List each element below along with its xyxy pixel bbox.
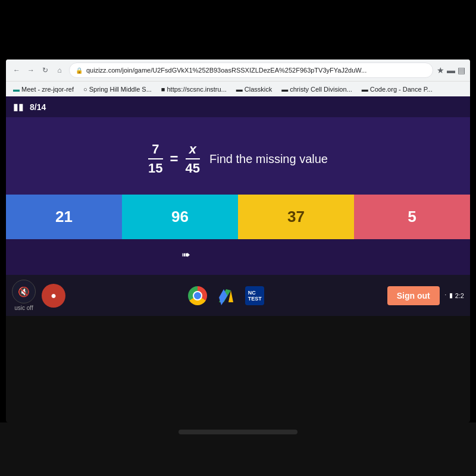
- mute-icon: 🔇: [18, 286, 30, 298]
- sign-out-button[interactable]: Sign out: [387, 286, 440, 305]
- x-denominator: 45: [186, 161, 200, 176]
- bookmark-meet[interactable]: ▬ Meet - zre-jqor-ref: [11, 84, 76, 94]
- code-favicon: ▬: [362, 86, 368, 93]
- nc-label: NCTEST: [248, 290, 262, 302]
- mute-button[interactable]: 🔇: [12, 280, 36, 303]
- browser-toolbar: ← → ↻ ⌂ 🔒 quizizz.com/join/game/U2FsdGVk…: [6, 60, 470, 81]
- taskbar-right: Sign out ⋅ ▮ 2:2: [387, 286, 464, 305]
- bookmark-cell[interactable]: ▬ christy Cell Division...: [279, 84, 355, 94]
- progress-indicator: 8/14: [30, 102, 46, 112]
- answer-button-21[interactable]: 21: [6, 195, 122, 239]
- extensions-icon[interactable]: ▬: [447, 65, 455, 75]
- fraction-line-left: [148, 158, 162, 159]
- battery-icon: ▮: [449, 292, 453, 299]
- bookmark-code[interactable]: ▬ Code.org - Dance P...: [359, 84, 435, 94]
- time-display: 2:2: [455, 292, 464, 299]
- toolbar-actions: ★ ▬ ▤: [437, 65, 465, 75]
- right-fraction: x 45: [186, 142, 200, 176]
- denominator: 15: [148, 161, 162, 176]
- bookmark-meet-label: Meet - zre-jqor-ref: [21, 86, 74, 93]
- bookmark-cell-label: christy Cell Division...: [290, 86, 352, 93]
- game-area: ▮▮ 8/14 7 15 = x 45: [6, 96, 470, 316]
- cell-favicon: ▬: [281, 86, 288, 93]
- bookmark-school[interactable]: ○ Spring Hill Middle S...: [81, 84, 154, 94]
- taskbar-left: 🔇 usic off ●: [12, 280, 65, 311]
- bookmark-scsnc-label: https://scsnc.instru...: [167, 86, 227, 93]
- bookmark-classkick[interactable]: ▬ Classkick: [234, 84, 274, 94]
- url-text: quizizz.com/join/game/U2FsdGVkX1%252B93o…: [86, 67, 367, 74]
- answer-button-5[interactable]: 5: [354, 195, 470, 239]
- drive-icon[interactable]: [217, 286, 236, 305]
- back-button[interactable]: ←: [11, 64, 23, 76]
- question-content: 7 15 = x 45 Find the missing value: [148, 142, 328, 176]
- fraction-line-right: [186, 158, 200, 159]
- bookmarks-bar: ▬ Meet - zre-jqor-ref ○ Spring Hill Midd…: [6, 81, 470, 96]
- record-button[interactable]: ●: [42, 284, 65, 308]
- chrome-icon[interactable]: [188, 286, 207, 305]
- pause-button[interactable]: ▮▮: [13, 101, 24, 112]
- lock-icon: 🔒: [76, 67, 83, 74]
- hinge-bar: [178, 430, 298, 434]
- wifi-icon: ⋅: [444, 292, 447, 299]
- question-area: 7 15 = x 45 Find the missing value: [6, 117, 470, 195]
- bottom-bezel: [0, 422, 476, 476]
- star-icon[interactable]: ★: [437, 65, 444, 75]
- mouse-cursor: ➠: [181, 248, 190, 261]
- taskbar-center: NCTEST: [188, 286, 264, 305]
- scsnc-favicon: ■: [161, 86, 165, 93]
- bookmark-classkick-label: Classkick: [245, 86, 272, 93]
- numerator: 7: [152, 142, 159, 157]
- meet-favicon: ▬: [13, 86, 20, 93]
- school-favicon: ○: [83, 86, 87, 93]
- forward-button[interactable]: →: [25, 64, 37, 76]
- system-status: ⋅ ▮ 2:2: [444, 292, 464, 299]
- taskbar: 🔇 usic off ●: [6, 275, 470, 316]
- variable: x: [189, 142, 196, 157]
- bookmark-scsnc[interactable]: ■ https://scsnc.instru...: [159, 84, 229, 94]
- answer-grid: 21 96 37 5: [6, 195, 470, 239]
- question-prompt: Find the missing value: [209, 152, 328, 166]
- record-icon: ●: [51, 290, 57, 301]
- bookmark-school-label: Spring Hill Middle S...: [89, 86, 152, 93]
- browser-chrome: ← → ↻ ⌂ 🔒 quizizz.com/join/game/U2FsdGVk…: [6, 60, 470, 96]
- fraction-equation: 7 15 = x 45: [148, 142, 200, 176]
- game-header: ▮▮ 8/14: [6, 96, 470, 117]
- bookmark-code-label: Code.org - Dance P...: [370, 86, 433, 93]
- cast-icon[interactable]: ▤: [458, 65, 465, 75]
- nc-test-icon[interactable]: NCTEST: [245, 286, 264, 305]
- nav-buttons: ← → ↻ ⌂: [11, 64, 65, 76]
- reload-button[interactable]: ↻: [39, 64, 51, 76]
- left-fraction: 7 15: [148, 142, 162, 176]
- classkick-favicon: ▬: [236, 86, 243, 93]
- address-bar[interactable]: 🔒 quizizz.com/join/game/U2FsdGVkX1%252B9…: [69, 62, 433, 78]
- game-lower-area: ➠: [6, 239, 470, 275]
- answer-button-37[interactable]: 37: [238, 195, 354, 239]
- equals-sign: =: [170, 151, 178, 167]
- music-label: usic off: [14, 305, 33, 311]
- home-button[interactable]: ⌂: [54, 64, 65, 76]
- answer-button-96[interactable]: 96: [122, 195, 238, 239]
